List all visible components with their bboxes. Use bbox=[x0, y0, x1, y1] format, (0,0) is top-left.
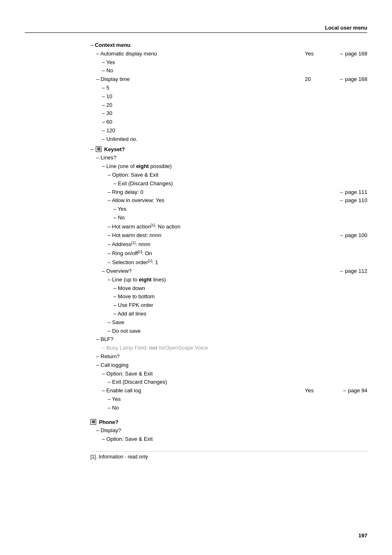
dash-icon bbox=[96, 336, 101, 342]
phone-label: Phone? bbox=[99, 419, 119, 425]
header-title: Local user menu bbox=[325, 25, 367, 31]
list-item: Display? bbox=[90, 426, 367, 435]
list-item: No bbox=[90, 404, 367, 412]
list-item: Enable call log Yes → page 94 bbox=[90, 387, 367, 395]
dash-icon bbox=[96, 154, 101, 161]
dash-icon bbox=[102, 345, 106, 351]
context-menu-label: Context menu bbox=[95, 42, 131, 48]
list-item: Option: Save & Exit bbox=[90, 435, 367, 444]
dash-icon bbox=[108, 189, 112, 195]
list-item: 120 bbox=[90, 127, 367, 135]
footnote-text: [1]. Information - read only bbox=[90, 454, 148, 460]
header: Local user menu bbox=[25, 25, 367, 33]
list-item: Selection order[1]: 1 bbox=[90, 258, 367, 267]
page-number: 197 bbox=[358, 532, 367, 539]
dash-icon bbox=[108, 241, 112, 247]
dash-icon bbox=[113, 214, 118, 221]
phone-icon: ⊞ bbox=[90, 419, 96, 425]
dash-icon bbox=[102, 85, 106, 91]
dash-icon bbox=[113, 311, 118, 317]
dash-icon bbox=[108, 328, 112, 334]
dash-icon bbox=[96, 76, 101, 82]
keyset-icon: ⊞ bbox=[96, 146, 101, 152]
dash-icon bbox=[108, 276, 112, 283]
list-item: BLF? bbox=[90, 335, 367, 344]
dash-icon bbox=[108, 232, 112, 238]
dash-icon bbox=[102, 387, 106, 394]
dash-icon bbox=[96, 362, 101, 368]
dash-icon bbox=[108, 319, 112, 325]
dash-icon bbox=[102, 127, 106, 134]
list-item: Save bbox=[90, 318, 367, 327]
list-item: Option: Save & Exit bbox=[90, 171, 367, 180]
list-item: Yes bbox=[90, 205, 367, 214]
footnote: [1]. Information - read only bbox=[90, 451, 367, 460]
list-item: Unlimited no. bbox=[90, 135, 367, 144]
list-item: Display time 20 → page 168 bbox=[90, 75, 367, 84]
list-item: Exit (Discard Changes) bbox=[90, 180, 367, 188]
list-item: Add all lines bbox=[90, 310, 367, 318]
list-item: 5 bbox=[90, 84, 367, 92]
list-item: Move down bbox=[90, 284, 367, 293]
dash-icon bbox=[102, 268, 106, 274]
list-item: Context menu bbox=[90, 41, 367, 50]
list-item: Move to bottom bbox=[90, 292, 367, 301]
list-item: Line (one of eight possible) bbox=[90, 162, 367, 171]
list-item: Option: Save & Exit bbox=[90, 370, 367, 378]
dash-icon bbox=[113, 180, 118, 187]
dash-icon bbox=[102, 59, 106, 65]
dash-icon bbox=[113, 206, 118, 212]
dash-icon bbox=[113, 302, 118, 308]
dash-icon bbox=[113, 285, 118, 291]
dash-icon bbox=[108, 405, 112, 411]
dash-icon bbox=[108, 379, 112, 385]
list-item: Hot warm dest: nnnn → page 100 bbox=[90, 231, 367, 240]
list-item: Line (up to eight lines) bbox=[90, 276, 367, 284]
list-item: Lines? bbox=[90, 154, 367, 162]
list-item: Hot warm action[1]: No action bbox=[90, 222, 367, 231]
automatic-display-menu-label: Automatic display menu bbox=[100, 51, 157, 57]
dash-icon bbox=[102, 119, 106, 125]
dash-icon bbox=[108, 259, 112, 265]
list-item: Yes bbox=[90, 395, 367, 404]
phone-section: ⊞ Phone? bbox=[90, 418, 367, 427]
dash-icon bbox=[102, 67, 106, 74]
list-item: Yes bbox=[90, 58, 367, 67]
list-item: Exit (Discard Changes) bbox=[90, 378, 367, 387]
list-item: Call logging bbox=[90, 361, 367, 370]
dash-icon bbox=[102, 163, 106, 169]
dash-icon bbox=[102, 371, 106, 377]
dash-icon bbox=[108, 197, 112, 203]
dash-icon bbox=[96, 353, 101, 359]
list-item: Overview? → page 112 bbox=[90, 267, 367, 276]
dash-icon bbox=[108, 250, 112, 256]
dash-icon bbox=[102, 436, 106, 442]
list-item: Ring delay: 0 → page 111 bbox=[90, 188, 367, 197]
dash-icon bbox=[108, 223, 112, 230]
list-item: Do not save bbox=[90, 327, 367, 336]
dash-icon bbox=[113, 293, 118, 299]
page: Local user menu Context menu Automatic d… bbox=[0, 0, 392, 555]
list-item: Automatic display menu Yes → page 168 bbox=[90, 50, 367, 58]
list-item: Return? bbox=[90, 352, 367, 361]
dash-icon bbox=[102, 102, 106, 108]
dash-icon bbox=[90, 42, 95, 48]
list-item: Busy Lamp Field: not forOpenScape Voice bbox=[90, 344, 367, 352]
list-item: No bbox=[90, 67, 367, 75]
dash-icon bbox=[102, 136, 106, 142]
list-item: 20 bbox=[90, 101, 367, 110]
keyset-section: – ⊞ Keyset? bbox=[90, 145, 367, 154]
display-time-label: Display time bbox=[101, 76, 130, 82]
list-item: No bbox=[90, 214, 367, 222]
list-item: Ring on/off[1]: On bbox=[90, 249, 367, 258]
list-item: Use FPK order bbox=[90, 301, 367, 310]
dash-icon bbox=[108, 172, 112, 178]
dash-icon bbox=[102, 110, 106, 116]
list-item: 60 bbox=[90, 118, 367, 127]
list-item: Allow in overview: Yes → page 110 bbox=[90, 196, 367, 205]
list-item: Address[1]: nnnn bbox=[90, 240, 367, 249]
dash-icon bbox=[96, 427, 101, 433]
keyset-label: Keyset? bbox=[104, 146, 125, 152]
dash-icon bbox=[102, 93, 106, 99]
list-item: 10 bbox=[90, 92, 367, 101]
